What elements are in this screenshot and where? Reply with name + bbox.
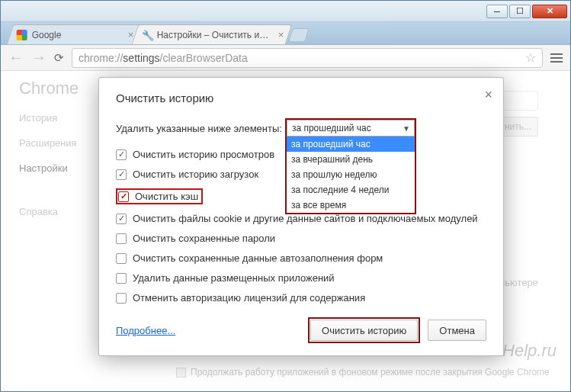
bookmark-star-icon[interactable]: ☆	[525, 50, 536, 65]
side-nav: История Расширения Настройки Справка	[19, 112, 77, 217]
reload-button[interactable]: ⟳	[54, 51, 64, 65]
checkbox[interactable]	[116, 253, 127, 264]
dropdown-option[interactable]: за прошлую неделю	[287, 167, 415, 182]
bg-option-label: Продолжать работу приложений в фоновом р…	[191, 367, 550, 378]
check-row-licenses: Отменить авторизацию лицензий для содерж…	[116, 292, 486, 304]
check-row-cookies: Очистить файлы cookie и другие данные са…	[116, 213, 486, 224]
address-bar[interactable]: chrome://settings/clearBrowserData ☆	[72, 48, 543, 68]
check-label: Очистить историю просмотров	[133, 149, 274, 160]
dialog-close-button[interactable]: ×	[484, 87, 492, 103]
learn-more-link[interactable]: Подробнее...	[116, 325, 175, 336]
wrench-icon: 🔧	[142, 30, 152, 40]
checkbox-icon[interactable]	[176, 368, 186, 378]
dropdown-option[interactable]: за последние 4 недели	[287, 182, 415, 198]
dialog-prompt: Удалить указанные ниже элементы:	[116, 123, 282, 134]
google-favicon-icon	[17, 30, 27, 40]
sidenav-item-history[interactable]: История	[19, 112, 77, 124]
checkbox[interactable]	[116, 273, 127, 284]
dialog-title: Очистить историю	[116, 92, 486, 104]
tab-label: Google	[32, 30, 62, 40]
sidenav-item-settings[interactable]: Настройки	[19, 162, 77, 174]
sidenav-item-extensions[interactable]: Расширения	[19, 137, 77, 149]
new-tab-button[interactable]	[289, 28, 310, 42]
tab-settings[interactable]: 🔧 Настройки – Очистить и… ×	[132, 24, 293, 44]
checkbox[interactable]	[116, 214, 127, 224]
dropdown-option[interactable]: за вчерашний день	[287, 152, 415, 167]
url-host: settings	[123, 52, 159, 64]
cancel-button[interactable]: Отмена	[428, 320, 486, 341]
forward-button[interactable]: →	[31, 49, 47, 66]
checkbox[interactable]	[116, 293, 127, 304]
url-path: /clearBrowserData	[160, 52, 248, 64]
bg-background-apps-option: Продолжать работу приложений в фоновом р…	[176, 367, 550, 378]
check-row-passwords: Очистить сохраненные пароли	[116, 233, 486, 244]
brand-title: Chrome	[19, 79, 79, 98]
clear-history-button[interactable]: Очистить историю	[310, 320, 418, 341]
check-label: Отменить авторизацию лицензий для содерж…	[133, 292, 365, 304]
time-range-select-highlight: за прошедший час ▼ за прошедший час за в…	[285, 118, 416, 138]
check-label: Очистить кэш	[135, 191, 198, 202]
check-label: Очистить файлы cookie и другие данные са…	[133, 213, 478, 224]
url-scheme: chrome://	[79, 52, 123, 64]
window-close-button[interactable]: ✕	[532, 5, 567, 18]
window-maximize-button[interactable]: ☐	[509, 5, 531, 18]
menu-button[interactable]	[550, 53, 563, 63]
chevron-down-icon: ▼	[403, 124, 410, 133]
window-titlebar: ─ ☐ ✕	[1, 1, 570, 22]
window-minimize-button[interactable]: ─	[486, 5, 508, 18]
back-button[interactable]: ←	[8, 49, 24, 66]
check-row-hosted-apps: Удалить данные размещенных приложений	[116, 272, 486, 284]
check-label: Удалить данные размещенных приложений	[133, 272, 335, 284]
time-range-select[interactable]: за прошедший час ▼	[287, 120, 415, 137]
dropdown-option[interactable]: за прошедший час	[287, 137, 415, 152]
clear-history-dialog: Очистить историю × Удалить указанные ниж…	[98, 77, 504, 356]
select-value: за прошедший час	[292, 123, 371, 133]
clear-button-highlight: Очистить историю	[308, 317, 420, 343]
checkbox[interactable]	[116, 233, 127, 244]
check-label: Очистить сохраненные пароли	[133, 233, 275, 244]
browser-toolbar: ← → ⟳ chrome://settings/clearBrowserData…	[1, 45, 570, 71]
tab-close-icon[interactable]: ×	[278, 29, 284, 40]
time-range-dropdown: за прошедший час за вчерашний день за пр…	[285, 137, 416, 214]
check-row-autofill: Очистить сохраненные данные автозаполнен…	[116, 252, 486, 264]
checkbox[interactable]	[116, 149, 127, 160]
checkbox[interactable]	[118, 191, 129, 202]
sidenav-item-help[interactable]: Справка	[19, 206, 77, 217]
checkbox[interactable]	[116, 169, 127, 180]
tab-google[interactable]: Google ×	[7, 24, 143, 44]
check-label: Очистить сохраненные данные автозаполнен…	[133, 252, 383, 264]
check-label: Очистить историю загрузок	[133, 169, 258, 180]
dropdown-option[interactable]: за все время	[287, 198, 415, 213]
tab-strip: Google × 🔧 Настройки – Очистить и… ×	[1, 22, 570, 45]
tab-label: Настройки – Очистить и…	[157, 30, 268, 40]
